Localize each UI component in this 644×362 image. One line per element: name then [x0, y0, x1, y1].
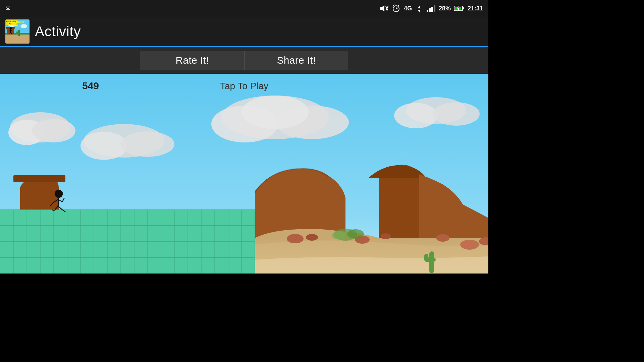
- svg-rect-27: [18, 30, 20, 36]
- share-button[interactable]: Share It!: [244, 51, 348, 70]
- battery-percent: 28%: [439, 5, 451, 12]
- signal-bars-icon: [427, 5, 435, 12]
- network-type: 4G: [404, 5, 412, 12]
- svg-rect-28: [16, 32, 20, 33]
- status-bar: ✉ 4G 28%: [0, 0, 488, 17]
- svg-rect-10: [427, 10, 428, 12]
- battery-icon: [454, 5, 464, 11]
- time-display: 21:31: [468, 5, 483, 12]
- sky-background: [0, 74, 488, 274]
- svg-marker-0: [380, 5, 384, 12]
- svg-line-7: [398, 5, 399, 6]
- game-area[interactable]: 549 Tap To Play: [0, 74, 488, 274]
- action-bar: Rate It! Share It!: [0, 47, 488, 74]
- svg-marker-9: [418, 10, 421, 12]
- rate-button[interactable]: Rate It!: [140, 51, 244, 70]
- svg-point-29: [10, 27, 12, 29]
- status-right-icons: 4G 28% 21:31: [379, 4, 483, 13]
- data-transfer-icon: [415, 4, 423, 12]
- title-bar: Game MakerPro: [0, 17, 488, 47]
- mute-icon: [379, 4, 388, 13]
- notification-icons: ✉: [5, 5, 10, 12]
- svg-rect-12: [431, 7, 433, 12]
- svg-rect-15: [463, 7, 464, 9]
- svg-rect-26: [5, 35, 30, 44]
- svg-rect-11: [429, 8, 431, 12]
- alarm-icon: [392, 4, 400, 13]
- svg-rect-13: [434, 5, 435, 12]
- email-icon: ✉: [5, 5, 10, 12]
- app-icon: Game MakerPro: [5, 19, 30, 44]
- svg-line-6: [393, 5, 394, 6]
- page-title: Activity: [35, 23, 81, 40]
- svg-marker-8: [418, 6, 421, 8]
